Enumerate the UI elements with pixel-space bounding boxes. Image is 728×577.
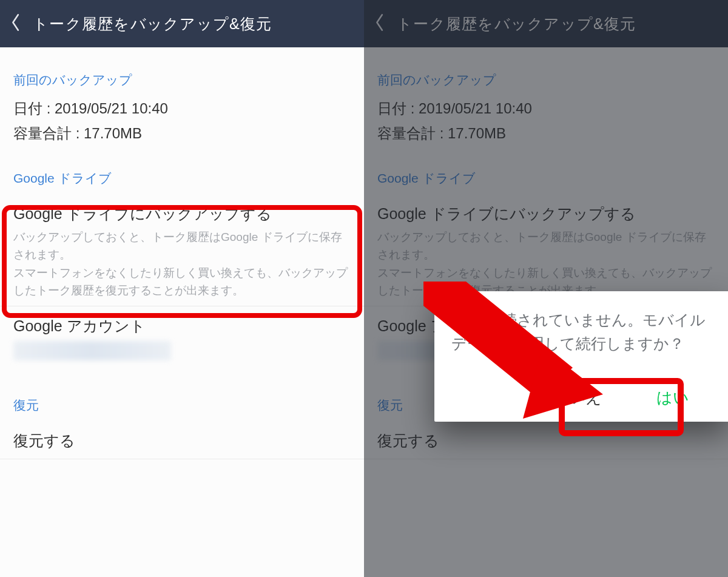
dialog-yes-button[interactable]: はい (650, 382, 695, 413)
google-account-title: Google アカウント (13, 315, 351, 338)
section-restore: 復元 (0, 360, 364, 421)
back-button[interactable] (11, 13, 27, 35)
page-title: トーク履歴をバックアップ&復元 (33, 14, 272, 34)
backup-to-gdrive-item[interactable]: Google ドライブにバックアップする バックアップしておくと、トーク履歴はG… (0, 194, 364, 306)
modal-overlay (364, 0, 728, 577)
last-backup-date: 日付 : 2019/05/21 10:40 (0, 96, 364, 121)
last-backup-size: 容量合計 : 17.70MB (0, 121, 364, 146)
restore-item[interactable]: 復元する (0, 421, 364, 459)
backup-to-gdrive-desc: バックアップしておくと、トーク履歴はGoogle ドライブに保存されます。スマー… (13, 228, 351, 300)
dialog-no-button[interactable]: いいえ (547, 382, 608, 413)
chevron-left-icon (11, 13, 21, 35)
settings-content: 前回のバックアップ 日付 : 2019/05/21 10:40 容量合計 : 1… (0, 47, 364, 471)
google-account-value-blurred (13, 341, 171, 360)
google-account-item[interactable]: Google アカウント (0, 306, 364, 338)
backup-to-gdrive-title: Google ドライブにバックアップする (13, 203, 351, 226)
left-screenshot: トーク履歴をバックアップ&復元 前回のバックアップ 日付 : 2019/05/2… (0, 0, 364, 577)
wifi-warning-dialog: Wi-Fi接続されていません。モバイルデータを利用して続行しますか？ いいえ は… (434, 291, 728, 422)
dialog-message: Wi-Fi接続されていません。モバイルデータを利用して続行しますか？ (451, 308, 712, 356)
restore-title: 復元する (13, 430, 351, 453)
dialog-actions: いいえ はい (451, 382, 712, 413)
app-header: トーク履歴をバックアップ&復元 (0, 0, 364, 47)
section-last-backup: 前回のバックアップ (0, 47, 364, 96)
section-google-drive: Google ドライブ (0, 146, 364, 194)
right-screenshot: トーク履歴をバックアップ&復元 前回のバックアップ 日付 : 2019/05/2… (364, 0, 728, 577)
